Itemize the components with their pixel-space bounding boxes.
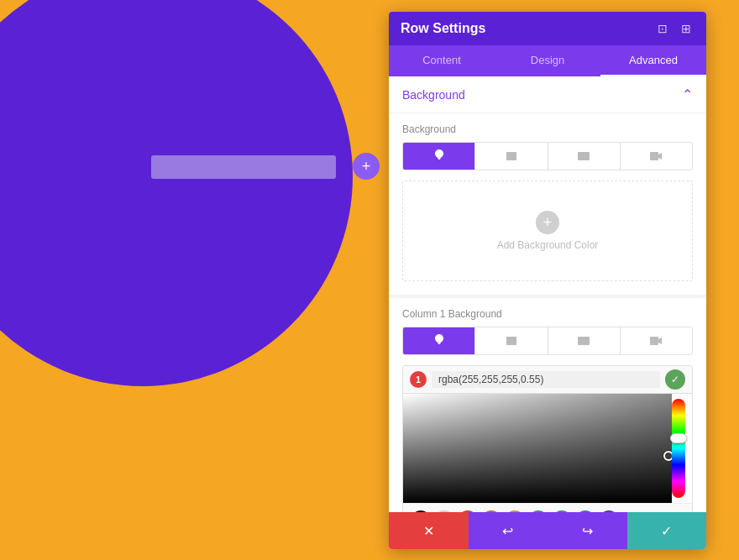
bg-type-color[interactable] [403,143,475,170]
color-picker: 1 ✓ [402,365,693,512]
confirm-button[interactable]: ✓ [627,512,707,549]
cancel-icon: ✕ [423,523,434,539]
header-icons: ⊡ ⊞ [654,20,694,37]
add-color-plus-icon: + [536,211,559,234]
undo-button[interactable]: ↩ [469,512,548,549]
panel-title: Row Settings [401,21,485,36]
panel-tabs: Content Design Advanced [389,45,706,76]
bg-type-gradient[interactable] [475,143,548,170]
image-icon [577,149,590,163]
gradient-icon-col1 [505,334,518,348]
row-settings-panel: Row Settings ⊡ ⊞ Content Design Advanced… [389,12,706,549]
background-section: Background ⌃ Background [389,76,706,295]
svg-rect-2 [650,152,658,160]
confirm-icon: ✓ [661,523,672,539]
col1-type-gradient[interactable] [475,327,548,354]
tab-content[interactable]: Content [389,45,495,76]
color-confirm-button[interactable]: ✓ [665,369,685,390]
gradient-canvas[interactable] [403,394,692,503]
redo-button[interactable]: ↪ [548,512,627,549]
color-value-input[interactable] [432,371,660,388]
background-label: Background [402,123,693,135]
section-body: Background [389,113,706,295]
tab-advanced[interactable]: Advanced [600,45,706,76]
color-badge: 1 [410,371,427,388]
bg-type-video[interactable] [621,143,692,170]
cancel-button[interactable]: ✕ [389,512,469,549]
gradient-icon [505,149,518,163]
hue-slider[interactable] [672,399,685,498]
settings-icon[interactable]: ⊞ [678,20,694,37]
background-type-tabs [402,142,693,170]
hue-thumb[interactable] [670,433,687,443]
canvas-bar [151,155,336,179]
add-color-area[interactable]: + Add Background Color [402,181,693,281]
panel-header: Row Settings ⊡ ⊞ [389,12,706,45]
redo-icon: ↪ [582,523,593,539]
color-picker-header: 1 ✓ [403,366,692,394]
section-collapse-icon[interactable]: ⌃ [682,86,693,102]
image-icon-col1 [577,334,590,348]
responsive-icon[interactable]: ⊡ [654,20,671,37]
col1-label: Column 1 Background [402,308,693,320]
svg-rect-4 [650,337,658,345]
col1-type-video[interactable] [621,327,692,354]
color-swatches [403,503,692,512]
color-icon [432,149,446,163]
col1-type-image[interactable] [548,327,621,354]
col1-body: Column 1 Background [389,298,706,512]
col1-type-tabs [402,327,693,355]
section-title: Background [402,88,465,102]
undo-icon: ↩ [502,523,513,539]
video-icon [649,149,663,163]
tab-design[interactable]: Design [495,45,600,76]
svg-rect-3 [578,337,590,345]
add-color-label: Add Background Color [497,239,599,251]
col1-section: Column 1 Background [389,298,706,512]
section-header: Background ⌃ [389,76,706,113]
video-icon-col1 [649,334,663,348]
gradient-dark [403,394,672,503]
panel-footer: ✕ ↩ ↪ ✓ [389,512,706,549]
bg-type-image[interactable] [548,143,621,170]
col1-type-color[interactable] [403,327,475,354]
purple-circle [0,0,353,386]
panel-body: Background ⌃ Background [389,76,706,512]
add-button-canvas[interactable]: + [353,153,380,180]
color-icon-col1 [432,334,446,348]
